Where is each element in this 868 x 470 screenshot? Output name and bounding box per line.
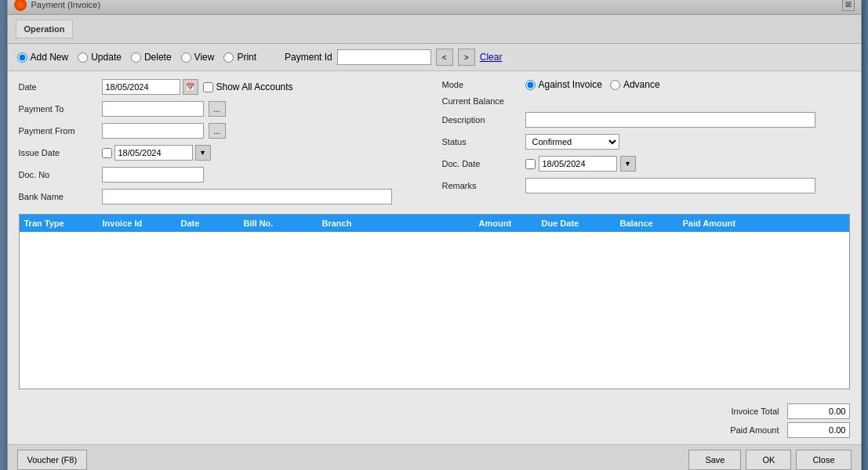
payment-from-label: Payment From bbox=[19, 126, 97, 136]
payment-to-row: Payment To ... bbox=[19, 101, 427, 117]
description-input[interactable] bbox=[525, 112, 815, 128]
app-icon bbox=[14, 0, 27, 11]
show-all-accounts-checkbox[interactable]: Show All Accounts bbox=[203, 81, 293, 92]
clear-link[interactable]: Clear bbox=[480, 52, 503, 63]
doc-date-input[interactable] bbox=[539, 156, 617, 172]
col-due-date: Due Date bbox=[542, 219, 620, 228]
prev-button[interactable]: < bbox=[436, 49, 453, 66]
print-radio[interactable]: Print bbox=[223, 52, 256, 63]
mode-label: Mode bbox=[442, 80, 521, 89]
description-row: Description bbox=[442, 112, 850, 128]
invoice-total-label: Invoice Total bbox=[701, 407, 779, 416]
toolbar: Operation bbox=[8, 15, 861, 44]
main-content: Date 📅 Show All Accounts Payment To ... bbox=[8, 71, 861, 397]
current-balance-row: Current Balance bbox=[442, 96, 850, 106]
issue-date-label: Issue Date bbox=[19, 148, 97, 157]
payment-to-input[interactable] bbox=[102, 101, 204, 117]
close-window-button[interactable]: ☒ bbox=[842, 0, 855, 11]
payment-id-label: Payment Id bbox=[285, 52, 332, 63]
date-label: Date bbox=[19, 82, 97, 92]
date-row: Date 📅 Show All Accounts bbox=[19, 79, 427, 95]
doc-no-input[interactable] bbox=[102, 167, 204, 183]
advance-radio[interactable]: Advance bbox=[610, 79, 660, 90]
voucher-button[interactable]: Voucher (F8) bbox=[17, 450, 88, 470]
mode-row: Mode Against Invoice Advance bbox=[442, 79, 850, 90]
paid-amount-row: Paid Amount bbox=[701, 422, 850, 438]
paid-amount-value[interactable] bbox=[787, 422, 850, 438]
status-row: Status Confirmed Pending Draft bbox=[442, 134, 850, 150]
ok-button[interactable]: OK bbox=[746, 450, 791, 470]
issue-date-field: ▼ bbox=[102, 145, 211, 161]
invoice-total-value[interactable] bbox=[787, 403, 850, 419]
issue-date-row: Issue Date ▼ bbox=[19, 145, 427, 161]
date-picker-button[interactable]: 📅 bbox=[183, 79, 198, 95]
left-panel: Date 📅 Show All Accounts Payment To ... bbox=[19, 79, 427, 208]
payment-id-section: Payment Id < > Clear bbox=[285, 49, 502, 66]
col-bill-no: Bill No. bbox=[244, 219, 322, 228]
doc-no-row: Doc. No bbox=[19, 167, 427, 183]
right-panel: Mode Against Invoice Advance Current Bal bbox=[442, 79, 850, 208]
operation-radio-group: Add New Update Delete View Print bbox=[17, 52, 257, 63]
col-balance: Balance bbox=[620, 219, 683, 228]
date-input[interactable] bbox=[102, 79, 180, 95]
form-grid: Date 📅 Show All Accounts Payment To ... bbox=[19, 79, 850, 208]
payment-from-row: Payment From ... bbox=[19, 123, 427, 139]
delete-radio[interactable]: Delete bbox=[131, 52, 172, 63]
add-new-radio[interactable]: Add New bbox=[17, 52, 69, 63]
remarks-input[interactable] bbox=[525, 178, 815, 193]
update-radio[interactable]: Update bbox=[78, 52, 122, 63]
save-button[interactable]: Save bbox=[688, 450, 741, 470]
remarks-row: Remarks bbox=[442, 178, 850, 193]
doc-date-row: Doc. Date ▼ bbox=[442, 156, 850, 172]
bottom-bar: Voucher (F8) Save OK Close bbox=[8, 444, 861, 470]
issue-date-checkbox[interactable] bbox=[102, 148, 112, 158]
view-radio[interactable]: View bbox=[181, 52, 215, 63]
date-field: 📅 bbox=[102, 79, 198, 95]
table-header: Tran Type Invoice Id Date Bill No. Branc… bbox=[20, 215, 849, 232]
payment-to-browse-button[interactable]: ... bbox=[209, 101, 226, 117]
col-date: Date bbox=[181, 219, 244, 228]
window-title: Payment (Invoice) bbox=[31, 0, 101, 9]
next-button[interactable]: > bbox=[458, 49, 475, 66]
invoice-table: Tran Type Invoice Id Date Bill No. Branc… bbox=[19, 214, 850, 389]
bank-name-row: Bank Name bbox=[19, 189, 427, 204]
title-bar: Payment (Invoice) ☒ bbox=[8, 0, 861, 15]
col-amount: Amount bbox=[479, 219, 542, 228]
mode-options: Against Invoice Advance bbox=[525, 79, 660, 90]
operation-section: Operation bbox=[16, 20, 74, 38]
issue-date-input[interactable] bbox=[114, 145, 193, 161]
status-select[interactable]: Confirmed Pending Draft bbox=[525, 134, 619, 150]
col-branch: Branch bbox=[322, 219, 479, 228]
col-invoice-id: Invoice Id bbox=[103, 219, 181, 228]
action-buttons: Save OK Close bbox=[688, 450, 851, 470]
operation-label: Operation bbox=[24, 24, 65, 34]
bank-name-input[interactable] bbox=[102, 189, 392, 204]
bank-name-label: Bank Name bbox=[19, 192, 97, 201]
status-label: Status bbox=[442, 137, 521, 146]
doc-date-dropdown-button[interactable]: ▼ bbox=[620, 156, 636, 172]
summary-section: Invoice Total Paid Amount bbox=[8, 397, 861, 444]
main-window: Payment (Invoice) ☒ Operation Add New Up… bbox=[7, 0, 862, 470]
payment-id-input[interactable] bbox=[337, 49, 431, 65]
remarks-label: Remarks bbox=[442, 181, 521, 190]
paid-amount-label: Paid Amount bbox=[701, 425, 779, 435]
current-balance-label: Current Balance bbox=[442, 96, 521, 106]
description-label: Description bbox=[442, 115, 521, 125]
payment-to-label: Payment To bbox=[19, 104, 97, 114]
doc-date-label: Doc. Date bbox=[442, 159, 521, 168]
col-paid-amount: Paid Amount bbox=[683, 219, 761, 228]
doc-date-field: ▼ bbox=[525, 156, 636, 172]
against-invoice-radio[interactable]: Against Invoice bbox=[525, 79, 602, 90]
invoice-total-row: Invoice Total bbox=[701, 403, 850, 419]
payment-from-browse-button[interactable]: ... bbox=[209, 123, 226, 139]
table-body[interactable] bbox=[20, 232, 849, 389]
operation-bar: Add New Update Delete View Print Payment… bbox=[8, 44, 861, 71]
issue-date-dropdown-button[interactable]: ▼ bbox=[195, 145, 211, 161]
doc-no-label: Doc. No bbox=[19, 170, 97, 179]
doc-date-checkbox[interactable] bbox=[525, 159, 536, 169]
payment-from-input[interactable] bbox=[102, 123, 204, 139]
col-tran-type: Tran Type bbox=[24, 219, 103, 228]
close-button[interactable]: Close bbox=[796, 450, 851, 470]
